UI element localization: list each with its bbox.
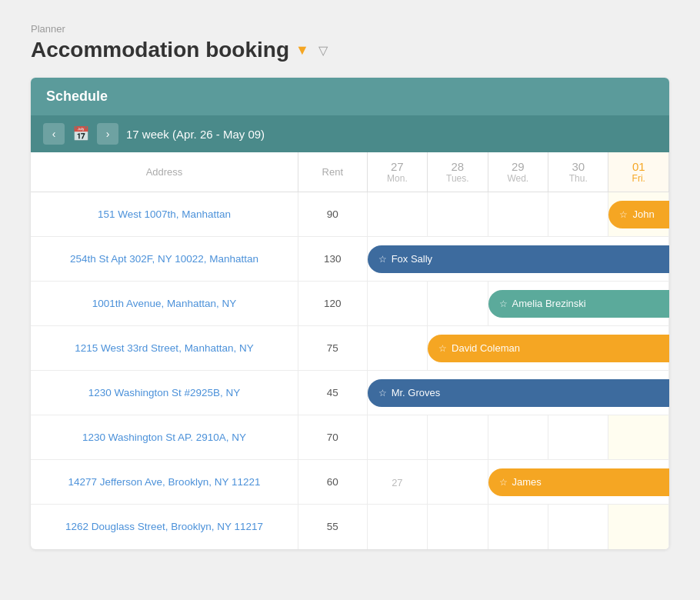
booking-name: David Coleman (452, 342, 520, 354)
day-cell-span-david: ☆ David Coleman (428, 326, 669, 371)
day-cell-mon (367, 415, 427, 460)
day-cell-thu (548, 415, 608, 460)
title-dropdown-arrow[interactable]: ▼ (295, 42, 309, 58)
calendar-icon[interactable]: 📅 (72, 125, 89, 142)
day-cell-mon (367, 192, 427, 237)
breadcrumb: Planner (31, 23, 669, 35)
table-body: 151 West 1007th, Manhattan 90 ☆ John (31, 192, 669, 549)
table-row: 254th St Apt 302F, NY 10022, Manhattan 1… (31, 237, 669, 282)
day-name-tue: Tues. (434, 173, 481, 184)
page-container: Planner Accommodation booking ▼ ▽ Schedu… (0, 0, 700, 600)
day-name-fri: Fri. (615, 173, 662, 184)
schedule-container: Schedule ‹ 📅 › 17 week (Apr. 26 - May 09… (31, 78, 669, 549)
table-row: 151 West 1007th, Manhattan 90 ☆ John (31, 192, 669, 237)
day-num-29: 29 (495, 160, 542, 173)
day-cell-mon: 27 (367, 460, 427, 505)
day-cell-wed (488, 505, 548, 549)
booking-bar-james[interactable]: ☆ James (488, 468, 669, 496)
rent-header: Rent (298, 152, 367, 192)
day-cell-tue (428, 282, 488, 326)
day-cell-thu (548, 505, 608, 549)
booking-name: John (632, 208, 654, 220)
day-cell-thu (548, 192, 608, 237)
rent-cell: 60 (298, 460, 367, 505)
address-cell[interactable]: 1215 West 33rd Street, Manhattan, NY (31, 326, 298, 371)
booking-name: Amelia Brezinski (512, 298, 586, 309)
rent-cell: 120 (298, 282, 367, 326)
rent-cell: 75 (298, 326, 367, 371)
page-title-row: Accommodation booking ▼ ▽ (31, 38, 669, 62)
booking-bar-groves[interactable]: ☆ Mr. Groves (368, 379, 669, 407)
rent-cell: 130 (298, 237, 367, 282)
filter-icon[interactable]: ▽ (318, 43, 328, 58)
address-cell[interactable]: 1001th Avenue, Manhattan, NY (31, 282, 298, 326)
rent-cell: 55 (298, 505, 367, 549)
week-label: 17 week (Apr. 26 - May 09) (126, 128, 265, 141)
day-cell-wed (488, 192, 548, 237)
day-cell-span-james: ☆ James (488, 460, 668, 505)
star-icon: ☆ (378, 388, 387, 398)
star-icon: ☆ (499, 477, 508, 488)
booking-bar-john[interactable]: ☆ John (608, 201, 669, 228)
rent-cell: 90 (298, 192, 367, 237)
schedule-table-wrapper: Address Rent 27 Mon. 28 Tues. 29 Wed. (31, 152, 669, 549)
booking-bar-david[interactable]: ☆ David Coleman (428, 335, 669, 362)
booking-name: Fox Sally (392, 253, 432, 265)
day-cell-fri: ☆ John (608, 192, 669, 237)
day-cell-mon (367, 326, 427, 371)
day-name-mon: Mon. (374, 173, 421, 184)
rent-cell: 45 (298, 371, 367, 415)
day-cell-fri (608, 415, 669, 460)
day-cell-mon (367, 505, 427, 549)
day-cell-wed (488, 415, 548, 460)
day-cell-span-amelia: ☆ Amelia Brezinski (488, 282, 668, 326)
cell-number: 27 (392, 477, 402, 488)
star-icon: ☆ (378, 254, 387, 265)
day-header-28: 28 Tues. (428, 152, 488, 192)
prev-week-button[interactable]: ‹ (43, 123, 65, 145)
page-title: Accommodation booking (31, 38, 289, 62)
day-cell-tue (428, 505, 488, 549)
table-row: 1262 Douglass Street, Brooklyn, NY 11217… (31, 505, 669, 549)
day-num-27: 27 (374, 160, 421, 173)
day-name-wed: Wed. (495, 173, 542, 184)
day-cell-mon (367, 282, 427, 326)
address-cell[interactable]: 1230 Washington St AP. 2910A, NY (31, 415, 298, 460)
address-header: Address (31, 152, 298, 192)
next-week-button[interactable]: › (97, 123, 118, 145)
address-cell[interactable]: 254th St Apt 302F, NY 10022, Manhattan (31, 237, 298, 282)
schedule-header: Schedule (31, 78, 669, 115)
day-cell-tue (428, 415, 488, 460)
table-row: 1001th Avenue, Manhattan, NY 120 ☆ Ameli… (31, 282, 669, 326)
day-num-30: 30 (555, 160, 602, 173)
table-row: 1215 West 33rd Street, Manhattan, NY 75 … (31, 326, 669, 371)
address-cell[interactable]: 1262 Douglass Street, Brooklyn, NY 11217 (31, 505, 298, 549)
day-cell-tue (428, 192, 488, 237)
table-row: 14277 Jefferson Ave, Brooklyn, NY 11221 … (31, 460, 669, 505)
address-cell[interactable]: 14277 Jefferson Ave, Brooklyn, NY 11221 (31, 460, 298, 505)
star-icon: ☆ (499, 298, 508, 309)
address-cell[interactable]: 151 West 1007th, Manhattan (31, 192, 298, 237)
schedule-nav: ‹ 📅 › 17 week (Apr. 26 - May 09) (31, 115, 669, 152)
day-cell-tue (428, 460, 488, 505)
star-icon: ☆ (619, 209, 628, 220)
day-num-01: 01 (615, 160, 662, 173)
day-cell-span-fox: ☆ Fox Sally (367, 237, 668, 282)
booking-name: James (512, 476, 542, 488)
booking-bar-fox-sally[interactable]: ☆ Fox Sally (368, 245, 669, 273)
day-header-27: 27 Mon. (367, 152, 427, 192)
booking-name: Mr. Groves (392, 387, 441, 398)
day-cell-span-groves: ☆ Mr. Groves (367, 371, 668, 415)
table-row: 1230 Washington St #2925B, NY 45 ☆ Mr. G… (31, 371, 669, 415)
day-header-01: 01 Fri. (608, 152, 669, 192)
address-cell[interactable]: 1230 Washington St #2925B, NY (31, 371, 298, 415)
day-header-30: 30 Thu. (548, 152, 608, 192)
day-header-29: 29 Wed. (488, 152, 548, 192)
table-header-row: Address Rent 27 Mon. 28 Tues. 29 Wed. (31, 152, 669, 192)
star-icon: ☆ (438, 343, 447, 354)
day-name-thu: Thu. (555, 173, 602, 184)
table-row: 1230 Washington St AP. 2910A, NY 70 (31, 415, 669, 460)
booking-bar-amelia[interactable]: ☆ Amelia Brezinski (488, 290, 669, 318)
day-cell-fri (608, 505, 669, 549)
schedule-table: Address Rent 27 Mon. 28 Tues. 29 Wed. (31, 152, 669, 549)
